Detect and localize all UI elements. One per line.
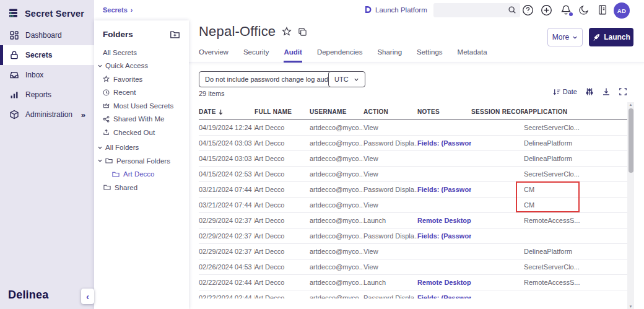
tree-item-personal-folders[interactable]: Personal Folders <box>94 154 189 168</box>
scroll-up-icon[interactable]: ▲ <box>627 103 634 107</box>
table-body: 04/19/2024 12:24 PM Art Decco artdecco@m… <box>199 120 627 298</box>
tab-audit[interactable]: Audit <box>284 48 302 63</box>
cell-date: 02/26/2024 04:53 PM <box>199 263 255 271</box>
table-row[interactable]: 02/29/2024 02:37 PM Art Decco artdecco@m… <box>199 244 627 259</box>
tree-item-favorites[interactable]: Favorites <box>94 72 189 86</box>
tab-settings[interactable]: Settings <box>417 48 443 63</box>
tree-item-checked-out[interactable]: Checked Out <box>94 126 189 139</box>
tree-item-all-secrets[interactable]: All Secrets <box>94 46 189 59</box>
sidebar-item-label: Reports <box>25 90 51 99</box>
cell-action: Password Displa... <box>363 186 417 193</box>
secret-server-logo[interactable]: Secret Server <box>0 0 94 25</box>
folder-icon <box>103 184 111 191</box>
table-row[interactable]: 04/15/2024 03:03 PM Art Decco artdecco@m… <box>199 136 627 151</box>
column-header-notes[interactable]: NOTES <box>417 108 471 115</box>
tree-item-recent[interactable]: Recent <box>94 86 189 100</box>
table-scrollbar[interactable]: ▲ ▼ <box>627 102 634 309</box>
tree-item-quick-access[interactable]: Quick Access <box>94 59 189 73</box>
sort-by-date-control[interactable]: Date <box>552 88 577 96</box>
column-header-session-recording[interactable]: SESSION RECOR... <box>471 108 524 115</box>
column-header-action[interactable]: ACTION <box>363 108 417 115</box>
cell-full-name: Art Decco <box>255 155 310 162</box>
cell-notes[interactable]: Fields: (Password <box>417 232 471 240</box>
cell-action: View <box>363 263 417 271</box>
column-header-date[interactable]: DATE <box>199 108 255 115</box>
timezone-dropdown[interactable]: UTC <box>328 71 365 87</box>
sidebar-item-secrets[interactable]: Secrets <box>0 45 94 65</box>
directory-book-icon[interactable] <box>597 4 608 15</box>
cell-username: artdecco@myco... <box>310 139 363 147</box>
cell-username: artdecco@myco... <box>310 263 363 271</box>
cell-notes[interactable]: Remote Desktop H <box>417 279 471 286</box>
tab-security[interactable]: Security <box>243 48 269 63</box>
cell-username: artdecco@myco... <box>310 232 363 240</box>
tree-item-shared[interactable]: Shared <box>94 181 189 194</box>
launch-platform-link[interactable]: Launch Platform <box>363 6 427 14</box>
table-row[interactable]: 02/22/2024 02:44 PM Art Decco artdecco@m… <box>199 290 627 298</box>
search-icon[interactable] <box>508 6 516 14</box>
favorite-star-icon[interactable] <box>282 27 292 37</box>
tab-metadata[interactable]: Metadata <box>458 48 487 63</box>
tree-item-shared-with-me[interactable]: Shared With Me <box>94 113 189 126</box>
table-row[interactable]: 02/29/2024 02:37 PM Art Decco artdecco@m… <box>199 228 627 244</box>
tab-dependencies[interactable]: Dependencies <box>317 48 363 63</box>
add-folder-icon[interactable] <box>170 29 180 40</box>
avatar[interactable]: AD <box>614 2 630 19</box>
search-input[interactable] <box>437 3 504 17</box>
table-row[interactable]: 03/21/2024 07:44 PM Art Decco artdecco@m… <box>199 198 627 213</box>
copy-icon[interactable] <box>298 27 307 37</box>
cell-notes[interactable]: Fields: (Password <box>417 186 471 193</box>
sidebar-item-dashboard[interactable]: Dashboard <box>0 25 94 45</box>
tree-item-all-folders[interactable]: All Folders <box>94 141 189 155</box>
cell-notes[interactable]: Remote Desktop H <box>417 217 471 224</box>
notifications-bell-icon[interactable] <box>560 4 572 15</box>
cell-application: CM <box>524 201 627 209</box>
table-row[interactable]: 04/15/2024 02:53 PM Art Decco artdecco@m… <box>199 167 627 182</box>
cell-notes[interactable]: Fields: (Password <box>417 139 471 147</box>
breadcrumb[interactable]: Secrets › <box>103 6 133 14</box>
more-button[interactable]: More <box>547 28 583 46</box>
sidebar-item-reports[interactable]: Reports <box>0 85 94 105</box>
expand-sidebar-icon[interactable]: » <box>81 110 85 120</box>
collapse-panel-button[interactable]: ‹ <box>81 289 94 304</box>
sidebar-item-inbox[interactable]: Inbox <box>0 65 94 85</box>
cell-action: View <box>363 170 417 178</box>
cell-date: 02/29/2024 02:37 PM <box>199 217 255 224</box>
download-icon[interactable] <box>602 87 611 96</box>
scrollbar-thumb[interactable] <box>629 108 633 173</box>
folder-icon <box>112 171 120 178</box>
sidebar-item-administration[interactable]: Administration » <box>0 105 94 124</box>
app-logo-label: Secret Server <box>25 9 84 19</box>
dark-mode-moon-icon[interactable] <box>578 4 590 15</box>
table-row[interactable]: 02/29/2024 02:37 PM Art Decco artdecco@m… <box>199 213 627 228</box>
cell-application: CM <box>524 186 627 193</box>
table-row[interactable]: 02/22/2024 02:44 PM Art Decco artdecco@m… <box>199 275 627 290</box>
add-icon[interactable] <box>541 4 552 16</box>
table-row[interactable]: 04/15/2024 03:03 PM Art Decco artdecco@m… <box>199 151 627 167</box>
help-icon[interactable] <box>522 4 534 16</box>
tab-sharing[interactable]: Sharing <box>377 48 402 63</box>
global-search <box>433 3 520 17</box>
scroll-down-icon[interactable]: ▼ <box>627 305 634 308</box>
tree-item-art-decco[interactable]: Art Decco <box>94 168 189 181</box>
tree-item-most-used-secrets[interactable]: Most Used Secrets <box>94 99 189 113</box>
cell-username: artdecco@myco... <box>310 217 363 224</box>
column-header-username[interactable]: USERNAME <box>310 108 363 115</box>
column-header-full-name[interactable]: FULL NAME <box>255 108 310 115</box>
table-row[interactable]: 04/19/2024 12:24 PM Art Decco artdecco@m… <box>199 120 627 136</box>
folders-panel-title: Folders <box>103 30 133 39</box>
column-settings-icon[interactable] <box>585 87 594 96</box>
chevron-down-icon <box>97 63 103 69</box>
table-row[interactable]: 03/21/2024 07:44 PM Art Decco artdecco@m… <box>199 182 627 198</box>
cell-notes[interactable]: Fields: (Password <box>417 294 471 298</box>
fullscreen-icon[interactable] <box>619 87 627 96</box>
tab-overview[interactable]: Overview <box>199 48 228 63</box>
cell-action: Launch <box>363 279 417 286</box>
cell-full-name: Art Decco <box>255 201 310 209</box>
column-header-application[interactable]: APPLICATION <box>524 108 627 115</box>
table-row[interactable]: 02/26/2024 04:53 PM Art Decco artdecco@m… <box>199 259 627 275</box>
launch-button[interactable]: Launch <box>589 28 633 46</box>
cell-application: RemoteAccessS... <box>524 279 627 286</box>
cell-date: 04/15/2024 03:03 PM <box>199 139 255 147</box>
folder-tree: All Secrets Quick Access Favorites Recen… <box>94 46 189 194</box>
